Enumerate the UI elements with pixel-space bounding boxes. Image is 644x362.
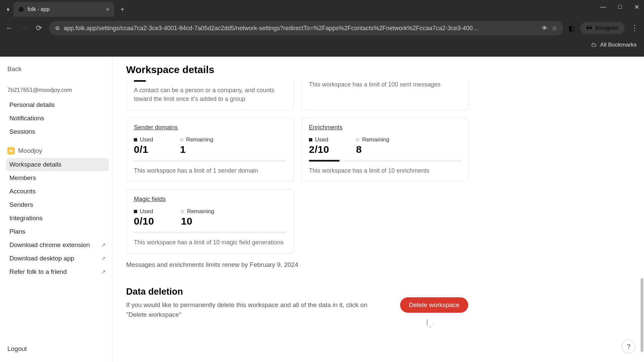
legend-dot-used xyxy=(134,138,137,141)
workspace-group-label: M Moodjoy xyxy=(6,146,109,156)
nav-back-icon[interactable]: ← xyxy=(5,24,14,33)
card-description: This workspace has a limit of 100 sent m… xyxy=(309,80,461,89)
card-description: A contact can be a person or a company, … xyxy=(134,86,286,103)
site-settings-icon[interactable]: ⚙ xyxy=(55,25,60,32)
progress-fill xyxy=(134,80,146,82)
used-value: 0/10 xyxy=(134,216,154,227)
bookmark-star-icon[interactable]: ☆ xyxy=(552,24,557,32)
limits-renew-note: Messages and enrichments limits renew by… xyxy=(126,261,627,268)
data-deletion-title: Data deletion xyxy=(126,287,381,297)
new-tab-button[interactable]: + xyxy=(117,4,128,15)
data-deletion-description: If you would like to permanently delete … xyxy=(126,300,381,319)
remaining-label: Remaining xyxy=(187,208,214,215)
sidebar-item-refer-friend[interactable]: Refer folk to a friend ↗ xyxy=(6,265,109,279)
legend-dot-remaining xyxy=(356,138,359,141)
nav-reload-icon[interactable]: ⟳ xyxy=(34,24,44,33)
sidebar-item-personal-details[interactable]: Personal details xyxy=(6,98,109,112)
tab-bar: ▾ folk - app × + ― □ ✕ xyxy=(0,0,644,19)
remaining-label: Remaining xyxy=(186,136,213,143)
sidebar-item-plans[interactable]: Plans xyxy=(6,225,109,238)
browser-menu-icon[interactable]: ⋮ xyxy=(630,24,639,33)
used-label: Used xyxy=(140,208,153,215)
sidebar-item-senders[interactable]: Senders xyxy=(6,198,109,212)
sidebar-item-label: Download chrome extension xyxy=(9,241,90,249)
app-root: Back 7b217651@moodjoy.com Personal detai… xyxy=(0,57,644,362)
card-title-link[interactable]: Enrichments xyxy=(309,124,342,131)
logout-link[interactable]: Logout xyxy=(6,342,109,359)
legend-dot-remaining xyxy=(180,138,183,141)
workspace-name: Moodjoy xyxy=(18,147,42,155)
back-link[interactable]: Back xyxy=(6,63,109,75)
usage-card-messages-truncated: This workspace has a limit of 100 sent m… xyxy=(301,80,469,110)
settings-sidebar: Back 7b217651@moodjoy.com Personal detai… xyxy=(0,57,113,362)
tab-title: folk - app xyxy=(28,6,50,12)
progress-bar xyxy=(134,232,286,233)
page-title: Workspace details xyxy=(126,64,627,75)
window-controls: ― □ ✕ xyxy=(598,3,641,11)
used-label: Used xyxy=(315,136,328,143)
legend-dot-used xyxy=(134,210,137,213)
tab-close-icon[interactable]: × xyxy=(106,6,109,13)
incognito-indicator[interactable]: 🕶 Incognito xyxy=(580,22,625,34)
side-panel-icon[interactable]: ◧ xyxy=(569,24,575,32)
sidebar-item-workspace-details[interactable]: Workspace details xyxy=(6,158,109,171)
sidebar-item-sessions[interactable]: Sessions xyxy=(6,125,109,138)
address-bar: ← → ⟳ ⚙ app.folk.app/settings/ccaa7ca2-3… xyxy=(0,19,644,38)
used-value: 0/1 xyxy=(134,144,153,155)
card-title-link[interactable]: Sender domains xyxy=(134,124,178,131)
sidebar-item-label: Refer folk to a friend xyxy=(9,268,67,276)
progress-fill xyxy=(309,160,339,162)
card-title-link[interactable]: Magic fields xyxy=(134,196,166,203)
bookmarks-bar: 🗀 All Bookmarks xyxy=(0,38,644,52)
sidebar-item-label: Download desktop app xyxy=(9,255,74,262)
card-description: This workspace has a limit of 10 enrichm… xyxy=(309,166,461,175)
usage-cards-row-truncated: A contact can be a person or a company, … xyxy=(126,80,627,110)
main-content: Workspace details A contact can be a per… xyxy=(113,57,644,362)
scrollbar-thumb[interactable] xyxy=(641,278,643,352)
usage-card-magic-fields: Magic fields Used 0/10 Remaining 10 This… xyxy=(126,189,294,254)
legend-dot-remaining xyxy=(181,210,184,213)
external-link-icon: ↗ xyxy=(101,242,106,249)
vertical-scrollbar[interactable] xyxy=(640,67,643,352)
incognito-icon: 🕶 xyxy=(586,25,592,32)
remaining-value: 1 xyxy=(180,144,213,155)
used-value: 2/10 xyxy=(309,144,329,155)
sidebar-item-desktop-app[interactable]: Download desktop app ↗ xyxy=(6,252,109,265)
progress-bar xyxy=(309,160,461,162)
url-field[interactable]: ⚙ app.folk.app/settings/ccaa7ca2-3ce3-40… xyxy=(49,21,563,36)
sidebar-item-integrations[interactable]: Integrations xyxy=(6,212,109,225)
usage-cards-row: Sender domains Used 0/1 Remaining 1 This… xyxy=(126,118,627,182)
legend-dot-used xyxy=(309,138,312,141)
browser-tab[interactable]: folk - app × xyxy=(13,2,114,17)
workspace-badge: M xyxy=(7,147,15,155)
close-window-icon[interactable]: ✕ xyxy=(632,3,641,11)
sidebar-item-notifications[interactable]: Notifications xyxy=(6,112,109,125)
used-label: Used xyxy=(140,136,153,143)
delete-workspace-button[interactable]: Delete workspace xyxy=(400,297,468,313)
usage-cards-row: Magic fields Used 0/10 Remaining 10 This… xyxy=(126,189,627,254)
usage-card-enrichments: Enrichments Used 2/10 Remaining 8 This w… xyxy=(301,118,469,182)
tab-search-dropdown[interactable]: ▾ xyxy=(3,4,13,15)
usage-card-contacts-truncated: A contact can be a person or a company, … xyxy=(126,80,294,110)
usage-card-sender-domains: Sender domains Used 0/1 Remaining 1 This… xyxy=(126,118,294,182)
sidebar-item-chrome-extension[interactable]: Download chrome extension ↗ xyxy=(6,238,109,252)
browser-chrome: ▾ folk - app × + ― □ ✕ ← → ⟳ ⚙ app.folk.… xyxy=(0,0,644,57)
folder-icon: 🗀 xyxy=(591,42,597,48)
card-description: This workspace has a limit of 10 magic f… xyxy=(134,238,286,247)
remaining-value: 8 xyxy=(356,144,389,155)
all-bookmarks-link[interactable]: All Bookmarks xyxy=(600,42,637,48)
help-button[interactable]: ? xyxy=(622,340,635,353)
external-link-icon: ↗ xyxy=(101,268,106,276)
eye-off-icon[interactable]: 👁 xyxy=(542,25,548,32)
maximize-icon[interactable]: □ xyxy=(615,3,625,11)
nav-forward-icon[interactable]: → xyxy=(19,24,29,33)
sidebar-item-accounts[interactable]: Accounts xyxy=(6,185,109,198)
progress-bar xyxy=(134,160,286,162)
minimize-icon[interactable]: ― xyxy=(598,3,608,11)
card-description: This workspace has a limit of 1 sender d… xyxy=(134,166,286,175)
remaining-value: 10 xyxy=(181,216,214,227)
incognito-label: Incognito xyxy=(595,25,619,32)
sidebar-item-members[interactable]: Members xyxy=(6,171,109,185)
external-link-icon: ↗ xyxy=(101,255,106,262)
mouse-cursor xyxy=(427,320,435,327)
